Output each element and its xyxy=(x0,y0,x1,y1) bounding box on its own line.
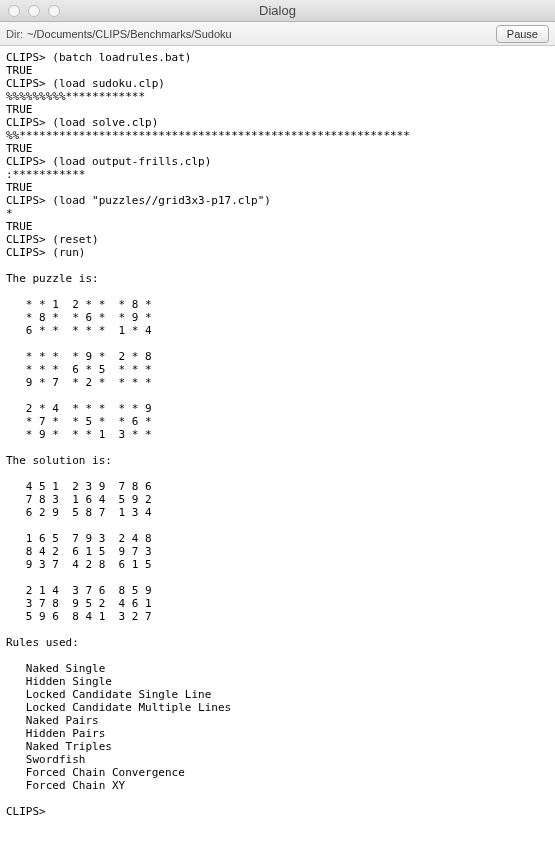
titlebar: Dialog xyxy=(0,0,555,22)
pause-button[interactable]: Pause xyxy=(496,25,549,43)
minimize-icon[interactable] xyxy=(28,5,40,17)
window-title: Dialog xyxy=(0,3,555,18)
traffic-lights xyxy=(0,5,60,17)
dir-path: ~/Documents/CLIPS/Benchmarks/Sudoku xyxy=(27,28,232,40)
toolbar: Dir: ~/Documents/CLIPS/Benchmarks/Sudoku… xyxy=(0,22,555,46)
zoom-icon[interactable] xyxy=(48,5,60,17)
close-icon[interactable] xyxy=(8,5,20,17)
terminal-output[interactable]: CLIPS> (batch loadrules.bat) TRUE CLIPS>… xyxy=(0,46,555,849)
dir-label: Dir: xyxy=(6,28,23,40)
